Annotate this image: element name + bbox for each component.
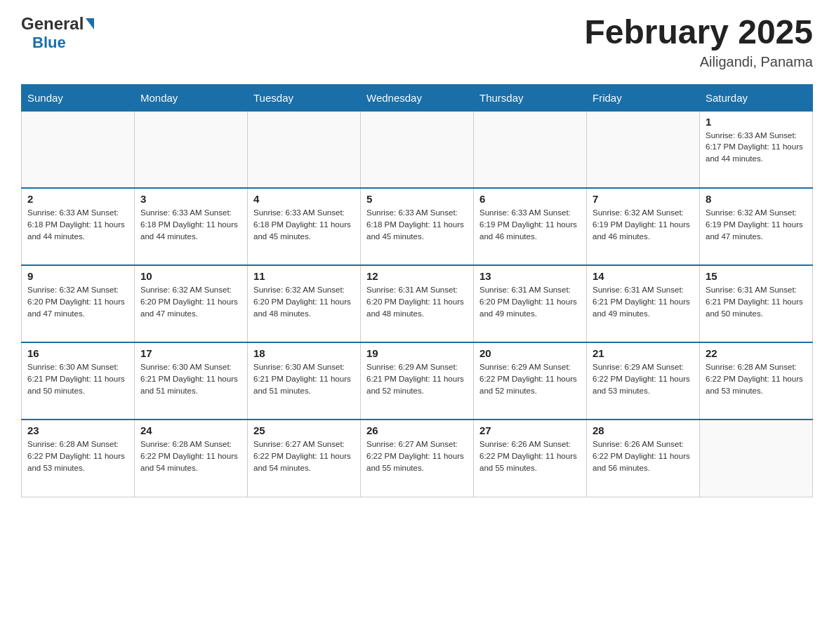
calendar-cell: 13Sunrise: 6:31 AM Sunset: 6:20 PM Dayli…: [474, 265, 587, 342]
logo-blue-text: Blue: [32, 34, 66, 51]
day-number: 3: [140, 193, 241, 205]
day-number: 11: [253, 270, 355, 282]
calendar-subtitle: Ailigandi, Panama: [584, 54, 813, 70]
day-info: Sunrise: 6:30 AM Sunset: 6:21 PM Dayligh…: [253, 361, 355, 396]
day-info: Sunrise: 6:27 AM Sunset: 6:22 PM Dayligh…: [366, 438, 468, 474]
calendar-cell: [474, 111, 587, 188]
calendar-cell: 28Sunrise: 6:26 AM Sunset: 6:22 PM Dayli…: [587, 420, 700, 497]
day-number: 4: [253, 193, 355, 205]
calendar-cell: 14Sunrise: 6:31 AM Sunset: 6:21 PM Dayli…: [587, 265, 700, 342]
day-info: Sunrise: 6:29 AM Sunset: 6:21 PM Dayligh…: [366, 361, 468, 396]
day-info: Sunrise: 6:28 AM Sunset: 6:22 PM Dayligh…: [706, 361, 807, 396]
week-row-4: 16Sunrise: 6:30 AM Sunset: 6:21 PM Dayli…: [22, 342, 813, 420]
logo-arrow-icon: [86, 18, 94, 29]
day-info: Sunrise: 6:33 AM Sunset: 6:19 PM Dayligh…: [479, 207, 581, 242]
calendar-cell: [22, 111, 135, 188]
calendar-cell: 27Sunrise: 6:26 AM Sunset: 6:22 PM Dayli…: [474, 420, 587, 497]
calendar-table: SundayMondayTuesdayWednesdayThursdayFrid…: [21, 84, 813, 497]
calendar-cell: [248, 111, 361, 188]
days-of-week-row: SundayMondayTuesdayWednesdayThursdayFrid…: [22, 84, 813, 111]
calendar-cell: 24Sunrise: 6:28 AM Sunset: 6:22 PM Dayli…: [135, 420, 248, 497]
calendar-cell: 22Sunrise: 6:28 AM Sunset: 6:22 PM Dayli…: [700, 342, 813, 420]
day-info: Sunrise: 6:29 AM Sunset: 6:22 PM Dayligh…: [479, 361, 581, 396]
day-info: Sunrise: 6:29 AM Sunset: 6:22 PM Dayligh…: [593, 361, 694, 396]
day-info: Sunrise: 6:30 AM Sunset: 6:21 PM Dayligh…: [140, 361, 241, 396]
page-header: General Blue February 2025 Ailigandi, Pa…: [21, 14, 813, 70]
day-info: Sunrise: 6:31 AM Sunset: 6:21 PM Dayligh…: [706, 284, 807, 319]
calendar-cell: 12Sunrise: 6:31 AM Sunset: 6:20 PM Dayli…: [361, 265, 474, 342]
weekday-header-monday: Monday: [135, 84, 248, 111]
weekday-header-friday: Friday: [587, 84, 700, 111]
day-number: 5: [366, 193, 468, 205]
week-row-1: 1Sunrise: 6:33 AM Sunset: 6:17 PM Daylig…: [22, 111, 813, 188]
day-info: Sunrise: 6:27 AM Sunset: 6:22 PM Dayligh…: [253, 438, 355, 474]
day-info: Sunrise: 6:26 AM Sunset: 6:22 PM Dayligh…: [479, 438, 581, 474]
day-number: 19: [366, 347, 468, 359]
day-info: Sunrise: 6:31 AM Sunset: 6:20 PM Dayligh…: [366, 284, 468, 319]
calendar-cell: 19Sunrise: 6:29 AM Sunset: 6:21 PM Dayli…: [361, 342, 474, 420]
day-number: 9: [27, 270, 128, 282]
calendar-cell: 17Sunrise: 6:30 AM Sunset: 6:21 PM Dayli…: [135, 342, 248, 420]
logo-general-text: General: [21, 14, 84, 34]
day-number: 2: [27, 193, 128, 205]
weekday-header-sunday: Sunday: [22, 84, 135, 111]
day-info: Sunrise: 6:32 AM Sunset: 6:19 PM Dayligh…: [593, 207, 694, 242]
title-section: February 2025 Ailigandi, Panama: [584, 14, 813, 70]
calendar-cell: 16Sunrise: 6:30 AM Sunset: 6:21 PM Dayli…: [22, 342, 135, 420]
day-info: Sunrise: 6:28 AM Sunset: 6:22 PM Dayligh…: [27, 438, 128, 474]
calendar-cell: [587, 111, 700, 188]
calendar-cell: 25Sunrise: 6:27 AM Sunset: 6:22 PM Dayli…: [248, 420, 361, 497]
day-number: 7: [593, 193, 694, 205]
calendar-cell: 20Sunrise: 6:29 AM Sunset: 6:22 PM Dayli…: [474, 342, 587, 420]
calendar-cell: [361, 111, 474, 188]
day-info: Sunrise: 6:33 AM Sunset: 6:18 PM Dayligh…: [253, 207, 355, 242]
calendar-cell: 6Sunrise: 6:33 AM Sunset: 6:19 PM Daylig…: [474, 188, 587, 265]
calendar-cell: 8Sunrise: 6:32 AM Sunset: 6:19 PM Daylig…: [700, 188, 813, 265]
weekday-header-wednesday: Wednesday: [361, 84, 474, 111]
day-number: 16: [27, 347, 128, 359]
calendar-cell: 18Sunrise: 6:30 AM Sunset: 6:21 PM Dayli…: [248, 342, 361, 420]
weekday-header-tuesday: Tuesday: [248, 84, 361, 111]
day-info: Sunrise: 6:33 AM Sunset: 6:18 PM Dayligh…: [27, 207, 128, 242]
day-number: 24: [140, 424, 241, 436]
day-number: 21: [593, 347, 694, 359]
calendar-cell: 9Sunrise: 6:32 AM Sunset: 6:20 PM Daylig…: [22, 265, 135, 342]
week-row-2: 2Sunrise: 6:33 AM Sunset: 6:18 PM Daylig…: [22, 188, 813, 265]
day-info: Sunrise: 6:33 AM Sunset: 6:17 PM Dayligh…: [706, 130, 807, 165]
day-number: 25: [253, 424, 355, 436]
day-number: 26: [366, 424, 468, 436]
calendar-cell: [700, 420, 813, 497]
day-number: 22: [706, 347, 807, 359]
logo: General Blue: [21, 14, 94, 52]
day-number: 28: [593, 424, 694, 436]
week-row-3: 9Sunrise: 6:32 AM Sunset: 6:20 PM Daylig…: [22, 265, 813, 342]
calendar-cell: 21Sunrise: 6:29 AM Sunset: 6:22 PM Dayli…: [587, 342, 700, 420]
calendar-cell: 11Sunrise: 6:32 AM Sunset: 6:20 PM Dayli…: [248, 265, 361, 342]
day-info: Sunrise: 6:32 AM Sunset: 6:19 PM Dayligh…: [706, 207, 807, 242]
day-number: 6: [479, 193, 581, 205]
week-row-5: 23Sunrise: 6:28 AM Sunset: 6:22 PM Dayli…: [22, 420, 813, 497]
day-info: Sunrise: 6:32 AM Sunset: 6:20 PM Dayligh…: [27, 284, 128, 319]
calendar-cell: 5Sunrise: 6:33 AM Sunset: 6:18 PM Daylig…: [361, 188, 474, 265]
calendar-cell: 7Sunrise: 6:32 AM Sunset: 6:19 PM Daylig…: [587, 188, 700, 265]
day-number: 18: [253, 347, 355, 359]
calendar-cell: 2Sunrise: 6:33 AM Sunset: 6:18 PM Daylig…: [22, 188, 135, 265]
day-number: 8: [706, 193, 807, 205]
day-number: 10: [140, 270, 241, 282]
weekday-header-saturday: Saturday: [700, 84, 813, 111]
calendar-cell: [135, 111, 248, 188]
calendar-cell: 1Sunrise: 6:33 AM Sunset: 6:17 PM Daylig…: [700, 111, 813, 188]
calendar-cell: 23Sunrise: 6:28 AM Sunset: 6:22 PM Dayli…: [22, 420, 135, 497]
day-number: 14: [593, 270, 694, 282]
calendar-cell: 15Sunrise: 6:31 AM Sunset: 6:21 PM Dayli…: [700, 265, 813, 342]
calendar-title: February 2025: [584, 14, 813, 51]
day-info: Sunrise: 6:32 AM Sunset: 6:20 PM Dayligh…: [140, 284, 241, 319]
day-number: 12: [366, 270, 468, 282]
day-number: 27: [479, 424, 581, 436]
weekday-header-thursday: Thursday: [474, 84, 587, 111]
calendar-cell: 26Sunrise: 6:27 AM Sunset: 6:22 PM Dayli…: [361, 420, 474, 497]
calendar-cell: 3Sunrise: 6:33 AM Sunset: 6:18 PM Daylig…: [135, 188, 248, 265]
day-info: Sunrise: 6:28 AM Sunset: 6:22 PM Dayligh…: [140, 438, 241, 474]
day-info: Sunrise: 6:31 AM Sunset: 6:20 PM Dayligh…: [479, 284, 581, 319]
day-info: Sunrise: 6:31 AM Sunset: 6:21 PM Dayligh…: [593, 284, 694, 319]
